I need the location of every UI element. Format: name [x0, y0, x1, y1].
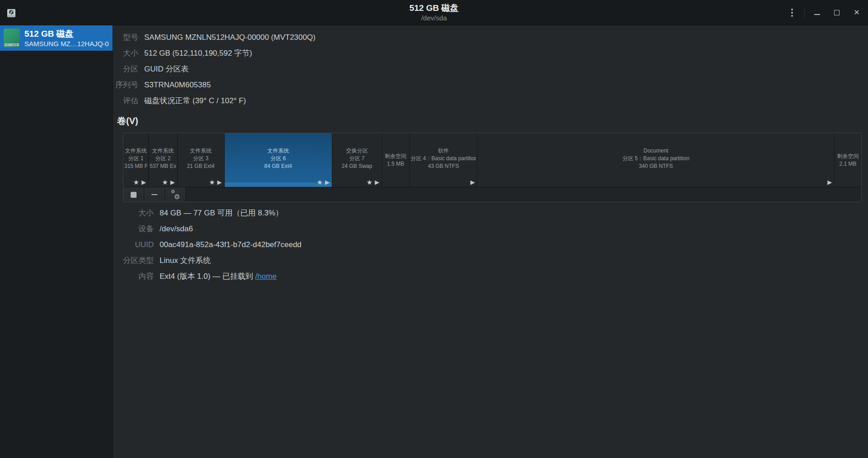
segment-usage: 软件: [410, 147, 476, 155]
drive-size-value: 512 GB (512,110,190,592 字节): [144, 48, 252, 58]
close-button[interactable]: ✕: [849, 5, 864, 20]
mounted-icon: ▶: [325, 179, 330, 186]
volume-contents-value: Ext4 (版本 1.0) — 已挂载到 /home: [160, 271, 277, 281]
segment-usage: 交换分区: [333, 147, 381, 155]
segment-usage: Document: [478, 147, 833, 155]
volume-size-row: 大小 84 GB — 77 GB 可用（已用 8.3%）: [113, 205, 868, 221]
volume-device-value: /dev/sda6: [160, 224, 193, 234]
volume-info: 大小 84 GB — 77 GB 可用（已用 8.3%） 设备 /dev/sda…: [113, 205, 868, 284]
segment-usage: 文件系统: [150, 147, 176, 155]
star-icon: ★: [209, 179, 215, 186]
volume-segment-partition3[interactable]: 文件系统 分区 3 21 GB Ext4 ★ ▶: [177, 133, 224, 187]
segment-name: 分区 7: [333, 155, 381, 162]
volume-uuid-row: UUID 00ac491a-852a-43f1-b7d2-d42bef7ceed…: [113, 237, 868, 253]
mounted-icon: ▶: [217, 179, 222, 186]
drive-assessment-label: 评估: [113, 95, 138, 106]
maximize-icon: [834, 10, 840, 15]
drive-serial-value: S3TRNA0M605385: [144, 81, 211, 90]
segment-size: 2.1 MB: [835, 160, 860, 168]
drive-model-row: 型号 SAMSUNG MZNLN512HAJQ-00000 (MVT2300Q): [113, 29, 868, 45]
volume-segment-free-space-1[interactable]: 剩余空间 1.5 MB: [382, 133, 409, 187]
segment-name: 分区 4：Basic data partition: [410, 155, 476, 162]
volume-segment-free-space-2[interactable]: 剩余空间 2.1 MB: [834, 133, 861, 187]
mounted-icon: ▶: [827, 179, 832, 186]
volume-device-row: 设备 /dev/sda6: [113, 221, 868, 237]
minimize-icon: [814, 14, 820, 15]
segment-size: 24 GB Swap: [333, 162, 381, 170]
star-icon: ★: [133, 179, 139, 186]
titlebar-separator: [804, 7, 805, 19]
mounted-icon: ▶: [470, 179, 475, 186]
device-sidebar: 512 GB 磁盘 SAMSUNG MZ…12HAJQ-00000: [0, 25, 113, 458]
segment-usage: 文件系统: [179, 147, 223, 155]
partition-options-button[interactable]: ⚙ ⚙: [165, 187, 186, 202]
segment-size: 21 GB Ext4: [179, 162, 223, 170]
minus-icon: [151, 194, 157, 195]
segment-usage: 文件系统: [124, 147, 147, 155]
volume-parttype-value: Linux 文件系统: [160, 255, 211, 266]
volume-segment-partition2[interactable]: 文件系统 分区 2 537 MB Ext4 ★ ▶: [148, 133, 177, 187]
volume-toolbar: ⚙ ⚙: [123, 187, 861, 202]
drive-serial-label: 序列号: [113, 80, 138, 90]
sidebar-item-disk[interactable]: 512 GB 磁盘 SAMSUNG MZ…12HAJQ-00000: [0, 25, 113, 51]
volume-segment-partition6-selected[interactable]: 文件系统 分区 6 84 GB Ext4 ★ ▶: [224, 133, 332, 187]
stop-icon: [131, 192, 137, 198]
mounted-icon: ▶: [170, 179, 175, 186]
segment-size: 1.5 MB: [383, 160, 408, 168]
volumes-heading: 卷(V): [117, 115, 868, 127]
volume-segment-partition4-ntfs[interactable]: 软件 分区 4：Basic data partition 43 GB NTFS …: [409, 133, 477, 187]
segment-usage: 文件系统: [226, 147, 331, 155]
volume-size-label: 大小: [113, 208, 154, 218]
star-icon: ★: [367, 179, 373, 186]
segment-size: 537 MB Ext4: [150, 162, 176, 170]
volume-uuid-value: 00ac491a-852a-43f1-b7d2-d42bef7ceedd: [160, 240, 302, 249]
volume-segment-partition5-document[interactable]: Document 分区 5：Basic data partition 340 G…: [477, 133, 834, 187]
partition-bar: 文件系统 分区 1 315 MB FAT ★ ▶ 文件系统 分区 2 537 M…: [123, 133, 861, 187]
segment-size: 43 GB NTFS: [410, 162, 476, 170]
drive-info: 型号 SAMSUNG MZNLN512HAJQ-00000 (MVT2300Q)…: [113, 29, 868, 109]
volume-device-label: 设备: [113, 224, 154, 234]
sidebar-disk-title: 512 GB 磁盘: [24, 29, 109, 39]
app-disk-icon: [7, 9, 15, 17]
volume-contents-label: 内容: [113, 271, 154, 281]
drive-size-row: 大小 512 GB (512,110,190,592 字节): [113, 45, 868, 61]
segment-name: 分区 3: [179, 155, 223, 162]
segment-name: 分区 6: [226, 155, 331, 162]
minimize-button[interactable]: [809, 5, 825, 20]
titlebar: 512 GB 磁盘 /dev/sda ✕: [0, 0, 868, 25]
volume-segment-partition1[interactable]: 文件系统 分区 1 315 MB FAT ★ ▶: [123, 133, 148, 187]
drive-assessment-row: 评估 磁盘状况正常 (39° C / 102° F): [113, 93, 868, 109]
window-subtitle: /dev/sda: [0, 14, 868, 22]
contents-text: Ext4 (版本 1.0) — 已挂载到: [160, 272, 255, 281]
main-panel: 型号 SAMSUNG MZNLN512HAJQ-00000 (MVT2300Q)…: [113, 25, 868, 458]
segment-usage: 剩余空间: [383, 153, 408, 160]
drive-assessment-value: 磁盘状况正常 (39° C / 102° F): [144, 95, 246, 106]
volume-parttype-label: 分区类型: [113, 255, 154, 266]
menu-button[interactable]: [784, 5, 800, 20]
drive-size-label: 大小: [113, 48, 138, 58]
drive-partitioning-row: 分区 GUID 分区表: [113, 61, 868, 77]
segment-name: 分区 2: [150, 155, 176, 162]
volumes-widget: 文件系统 分区 1 315 MB FAT ★ ▶ 文件系统 分区 2 537 M…: [123, 133, 862, 202]
volume-contents-row: 内容 Ext4 (版本 1.0) — 已挂载到 /home: [113, 268, 868, 284]
segment-size: 340 GB NTFS: [478, 162, 833, 170]
maximize-button[interactable]: [829, 5, 844, 20]
mount-point-link[interactable]: /home: [255, 272, 277, 281]
star-icon: ★: [162, 179, 168, 186]
star-icon: ★: [317, 179, 323, 186]
volume-parttype-row: 分区类型 Linux 文件系统: [113, 253, 868, 268]
drive-serial-row: 序列号 S3TRNA0M605385: [113, 77, 868, 93]
volume-segment-partition7-swap[interactable]: 交换分区 分区 7 24 GB Swap ★ ▶: [332, 133, 382, 187]
drive-icon: [4, 29, 20, 48]
volume-size-value: 84 GB — 77 GB 可用（已用 8.3%）: [160, 208, 283, 218]
segment-name: 分区 1: [124, 155, 147, 162]
volume-uuid-label: UUID: [113, 240, 154, 249]
drive-partitioning-label: 分区: [113, 64, 138, 74]
close-icon: ✕: [854, 9, 859, 16]
segment-size: 315 MB FAT: [124, 162, 147, 170]
delete-partition-button[interactable]: [144, 187, 165, 202]
mounted-icon: ▶: [375, 179, 379, 186]
unmount-button[interactable]: [123, 187, 144, 202]
kebab-menu-icon: [791, 9, 793, 17]
segment-name: 分区 5：Basic data partition: [478, 155, 833, 162]
